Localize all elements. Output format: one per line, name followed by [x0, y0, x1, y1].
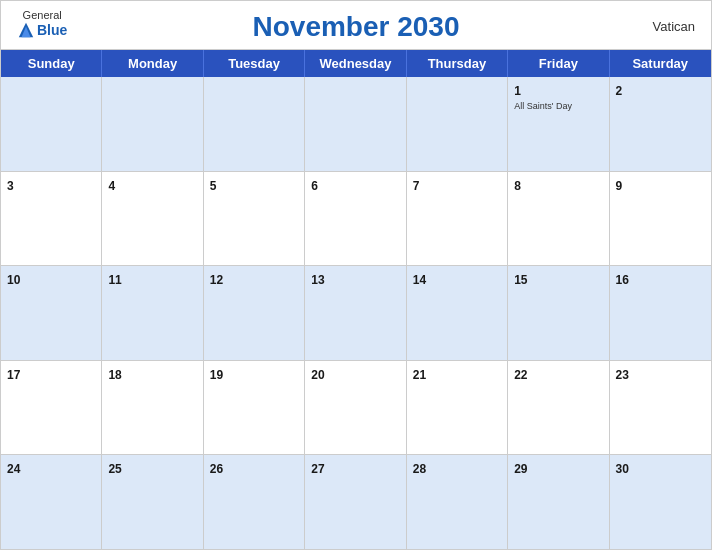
day-cell: 15 [508, 266, 609, 360]
day-number: 1 [514, 84, 521, 98]
day-cell: 16 [610, 266, 711, 360]
day-number: 13 [311, 273, 324, 287]
day-cell: 23 [610, 361, 711, 455]
day-number: 23 [616, 368, 629, 382]
day-number: 20 [311, 368, 324, 382]
day-number: 21 [413, 368, 426, 382]
logo-general-text: General [23, 9, 62, 21]
calendar-grid: SundayMondayTuesdayWednesdayThursdayFrid… [1, 49, 711, 549]
day-number: 27 [311, 462, 324, 476]
day-cell: 7 [407, 172, 508, 266]
week-row-4: 17181920212223 [1, 361, 711, 456]
day-header-friday: Friday [508, 50, 609, 77]
day-cell: 20 [305, 361, 406, 455]
day-header-thursday: Thursday [407, 50, 508, 77]
day-number: 18 [108, 368, 121, 382]
day-cell: 3 [1, 172, 102, 266]
day-cell [204, 77, 305, 171]
day-cell: 8 [508, 172, 609, 266]
day-cell: 22 [508, 361, 609, 455]
day-cell: 25 [102, 455, 203, 549]
calendar-title: November 2030 [252, 11, 459, 43]
day-cell: 27 [305, 455, 406, 549]
week-row-5: 24252627282930 [1, 455, 711, 549]
day-number: 22 [514, 368, 527, 382]
day-cell: 30 [610, 455, 711, 549]
day-number: 9 [616, 179, 623, 193]
day-number: 6 [311, 179, 318, 193]
day-cell: 28 [407, 455, 508, 549]
calendar-container: General Blue November 2030 Vatican Sunda… [0, 0, 712, 550]
day-cell: 2 [610, 77, 711, 171]
day-number: 25 [108, 462, 121, 476]
logo-icon [17, 21, 35, 39]
day-header-saturday: Saturday [610, 50, 711, 77]
day-cell [305, 77, 406, 171]
day-number: 14 [413, 273, 426, 287]
day-cell: 11 [102, 266, 203, 360]
country-label: Vatican [653, 19, 695, 34]
logo-blue-text: Blue [17, 21, 67, 39]
day-cell: 1All Saints' Day [508, 77, 609, 171]
day-cell: 19 [204, 361, 305, 455]
day-cell: 10 [1, 266, 102, 360]
day-cell: 5 [204, 172, 305, 266]
day-number: 24 [7, 462, 20, 476]
week-row-1: 1All Saints' Day2 [1, 77, 711, 172]
day-cell [102, 77, 203, 171]
day-cell [1, 77, 102, 171]
day-number: 30 [616, 462, 629, 476]
day-number: 29 [514, 462, 527, 476]
day-cell: 21 [407, 361, 508, 455]
day-cell: 6 [305, 172, 406, 266]
day-number: 2 [616, 84, 623, 98]
calendar-header: General Blue November 2030 Vatican [1, 1, 711, 49]
holiday-text: All Saints' Day [514, 101, 602, 112]
weeks-container: 1All Saints' Day234567891011121314151617… [1, 77, 711, 549]
day-number: 19 [210, 368, 223, 382]
day-number: 26 [210, 462, 223, 476]
day-cell: 12 [204, 266, 305, 360]
day-number: 11 [108, 273, 121, 287]
day-number: 12 [210, 273, 223, 287]
day-number: 5 [210, 179, 217, 193]
day-headers-row: SundayMondayTuesdayWednesdayThursdayFrid… [1, 50, 711, 77]
day-number: 17 [7, 368, 20, 382]
day-number: 10 [7, 273, 20, 287]
week-row-2: 3456789 [1, 172, 711, 267]
week-row-3: 10111213141516 [1, 266, 711, 361]
day-cell: 17 [1, 361, 102, 455]
day-header-tuesday: Tuesday [204, 50, 305, 77]
day-cell: 13 [305, 266, 406, 360]
day-number: 8 [514, 179, 521, 193]
day-header-wednesday: Wednesday [305, 50, 406, 77]
day-number: 3 [7, 179, 14, 193]
day-number: 15 [514, 273, 527, 287]
day-cell [407, 77, 508, 171]
day-header-sunday: Sunday [1, 50, 102, 77]
day-number: 16 [616, 273, 629, 287]
day-cell: 14 [407, 266, 508, 360]
day-cell: 26 [204, 455, 305, 549]
day-cell: 18 [102, 361, 203, 455]
day-header-monday: Monday [102, 50, 203, 77]
day-number: 7 [413, 179, 420, 193]
day-cell: 24 [1, 455, 102, 549]
day-number: 4 [108, 179, 115, 193]
logo: General Blue [17, 9, 67, 39]
day-number: 28 [413, 462, 426, 476]
day-cell: 29 [508, 455, 609, 549]
day-cell: 9 [610, 172, 711, 266]
day-cell: 4 [102, 172, 203, 266]
